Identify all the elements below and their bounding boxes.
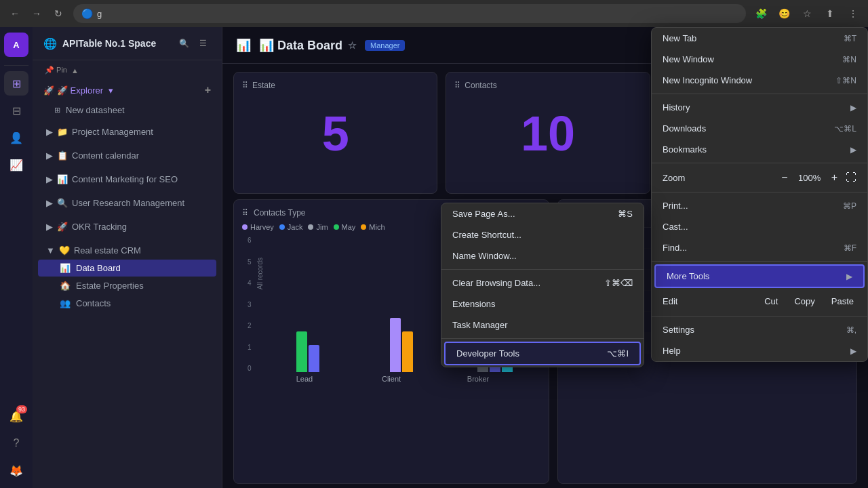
zoom-decrease[interactable]: − xyxy=(778,171,790,184)
add-item-button[interactable]: + xyxy=(205,84,211,96)
home-icon[interactable]: ⊞ xyxy=(4,71,28,96)
menu-cast[interactable]: Cast... xyxy=(652,216,867,237)
print-label: Print... xyxy=(663,201,688,211)
contacts-item[interactable]: 👥 Contacts xyxy=(38,295,216,312)
submenu-task-manager[interactable]: Task Manager xyxy=(441,314,644,336)
extensions-icon[interactable]: 🧩 xyxy=(751,4,770,23)
house-icon: 🏠 xyxy=(60,281,71,291)
new-datasheet-item[interactable]: ⊞ New datasheet xyxy=(38,101,216,119)
submenu-developer-tools[interactable]: Developer Tools ⌥⌘I xyxy=(444,342,641,365)
share-icon[interactable]: ⬆ xyxy=(821,4,840,23)
chart-title: Contacts Type xyxy=(254,208,306,218)
menu-button[interactable]: ☰ xyxy=(195,35,211,52)
address-text: g xyxy=(97,9,738,19)
menu-zoom: Zoom − 100% + ⛶ xyxy=(652,166,867,189)
y-0: 0 xyxy=(248,365,257,372)
chevron-icon: ▶ xyxy=(46,150,53,161)
folder-icon: 📊 xyxy=(57,174,68,184)
content-marketing-item[interactable]: ▶ 📊 Content Marketing for SEO xyxy=(38,171,216,188)
downloads-label: Downloads xyxy=(663,123,706,134)
explorer-label[interactable]: 🚀 🚀 Explorer ▾ xyxy=(43,85,205,96)
real-estate-crm-item[interactable]: ▼ 💛 Real estate CRM xyxy=(38,242,216,259)
submenu-save-page[interactable]: Save Page As... ⌘S xyxy=(441,203,644,224)
search-button[interactable]: 🔍 xyxy=(176,35,192,52)
menu-icon[interactable]: ⋮ xyxy=(844,4,863,23)
legend-harvey: Harvey xyxy=(242,223,274,231)
label-client: Client xyxy=(355,375,428,383)
more-tools-submenu: Save Page As... ⌘S Create Shortcut... Na… xyxy=(441,203,644,367)
explorer-text: 🚀 Explorer xyxy=(57,85,103,96)
contacts-icon: 👥 xyxy=(60,298,71,308)
sep-4 xyxy=(652,261,867,262)
group-label: OKR Tracking xyxy=(72,222,127,232)
grid-icon[interactable]: ⊟ xyxy=(4,98,28,123)
explorer-section: 🚀 🚀 Explorer ▾ + xyxy=(33,80,222,100)
all-records-label: All records xyxy=(256,258,264,289)
estate-properties-item[interactable]: 🏠 Estate Properties xyxy=(38,277,216,294)
may-dot xyxy=(334,224,339,230)
menu-bookmarks[interactable]: Bookmarks ▶ xyxy=(652,139,867,160)
user-avatar[interactable]: A xyxy=(4,33,28,57)
legend-may: May xyxy=(334,223,356,231)
folder-icon: 📋 xyxy=(57,150,68,161)
menu-settings[interactable]: Settings ⌘, xyxy=(652,319,867,340)
folder-icon: 🚀 xyxy=(57,222,68,232)
legend-mich: Mich xyxy=(361,223,384,231)
menu-find[interactable]: Find... ⌘F xyxy=(652,237,867,258)
print-shortcut: ⌘P xyxy=(843,201,856,211)
star-icon[interactable]: ☆ xyxy=(797,4,816,23)
site-icon: 🔵 xyxy=(81,8,93,19)
contacts-widget-header: ⠿ Contacts xyxy=(454,81,641,90)
submenu-clear-browsing[interactable]: Clear Browsing Data... ⇧⌘⌫ xyxy=(441,272,644,293)
save-page-label: Save Page As... xyxy=(452,209,515,219)
submenu-name-window[interactable]: Name Window... xyxy=(441,245,644,266)
menu-history[interactable]: History ▶ xyxy=(652,97,867,118)
menu-incognito[interactable]: New Incognito Window ⇧⌘N xyxy=(652,70,867,91)
menu-new-tab[interactable]: New Tab ⌘T xyxy=(652,28,867,49)
workspace-actions: 🔍 ☰ xyxy=(176,35,211,52)
chevron-icon: ▶ xyxy=(46,174,53,184)
group-label: Content calendar xyxy=(72,150,139,161)
content-calendar-item[interactable]: ▶ 📋 Content calendar xyxy=(38,147,216,164)
client-bars xyxy=(361,318,441,372)
address-bar[interactable]: 🔵 g xyxy=(73,4,746,23)
chart-icon[interactable]: 📈 xyxy=(4,152,28,177)
submenu-create-shortcut[interactable]: Create Shortcut... xyxy=(441,224,644,245)
menu-help[interactable]: Help ▶ xyxy=(652,340,867,361)
menu-downloads[interactable]: Downloads ⌥⌘L xyxy=(652,118,867,139)
lead-bar-mich xyxy=(309,345,319,372)
nav-group-realestate: ▼ 💛 Real estate CRM 📊 Data Board 🏠 Estat… xyxy=(33,241,222,312)
pin-section[interactable]: 📌 Pin ▲ xyxy=(33,60,222,80)
settings-bottom-icon[interactable]: 🦊 xyxy=(4,458,28,483)
notification-icon[interactable]: 🔔 93 xyxy=(4,404,28,428)
group-label: Real estate CRM xyxy=(74,245,141,256)
chrome-context-menu: New Tab ⌘T New Window ⌘N New Incognito W… xyxy=(651,27,868,362)
menu-more-tools[interactable]: More Tools ▶ xyxy=(654,264,865,288)
copy-button[interactable]: Copy xyxy=(786,293,823,309)
project-mgmt-item[interactable]: ▶ 📁 Project Management xyxy=(38,123,216,140)
submenu-extensions[interactable]: Extensions xyxy=(441,293,644,314)
star-icon[interactable]: ☆ xyxy=(348,40,357,51)
zoom-fullscreen[interactable]: ⛶ xyxy=(846,171,856,184)
help-icon[interactable]: ? xyxy=(4,431,28,455)
paste-button[interactable]: Paste xyxy=(823,293,862,309)
group-label: User Research Management xyxy=(72,198,184,208)
nav-sidebar: 🌐 APITable No.1 Space 🔍 ☰ 📌 Pin ▲ 🚀 🚀 Ex… xyxy=(33,27,222,488)
profile-icon[interactable]: 😊 xyxy=(774,4,793,23)
okr-tracking-item[interactable]: ▶ 🚀 OKR Tracking xyxy=(38,218,216,235)
menu-print[interactable]: Print... ⌘P xyxy=(652,195,867,216)
incognito-shortcut: ⇧⌘N xyxy=(835,76,856,85)
menu-new-window[interactable]: New Window ⌘N xyxy=(652,49,867,70)
back-button[interactable]: ← xyxy=(5,4,24,23)
cut-button[interactable]: Cut xyxy=(756,293,786,309)
users-icon[interactable]: 👤 xyxy=(4,125,28,150)
label-broker: Broker xyxy=(441,375,515,383)
zoom-increase[interactable]: + xyxy=(829,171,840,184)
chevron-icon: ▶ xyxy=(46,127,53,137)
data-board-item[interactable]: 📊 Data Board xyxy=(38,260,216,277)
jim-dot xyxy=(308,224,313,230)
forward-button[interactable]: → xyxy=(27,4,46,23)
y-5: 5 xyxy=(248,258,257,266)
reload-button[interactable]: ↻ xyxy=(49,4,68,23)
user-research-item[interactable]: ▶ 🔍 User Research Management xyxy=(38,195,216,211)
